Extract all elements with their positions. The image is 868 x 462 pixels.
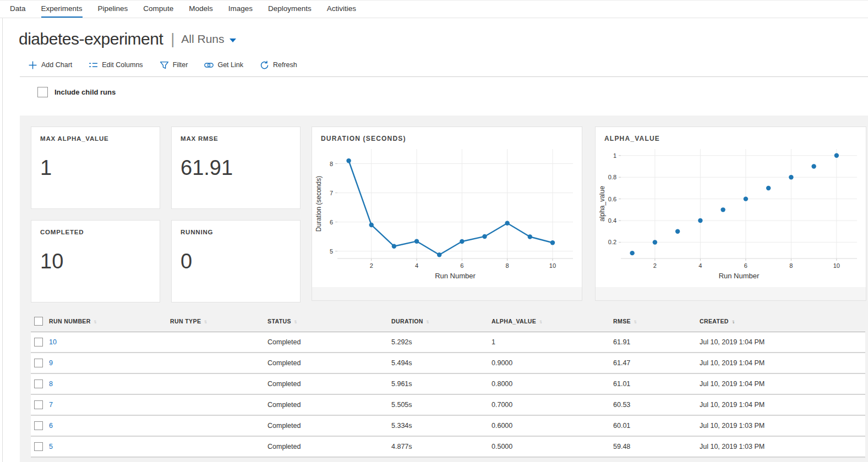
include-child-runs-control: Include child runs — [37, 87, 116, 97]
row-checkbox[interactable] — [34, 380, 43, 388]
created-cell: Jul 10, 2019 1:03 PM — [700, 443, 865, 450]
run-number-link[interactable]: 8 — [49, 380, 53, 388]
rmse-cell: 59.48 — [613, 443, 700, 450]
card-max-rmse: MAX RMSE 61.91 — [171, 127, 301, 209]
row-checkbox-cell — [31, 442, 49, 451]
include-child-runs-checkbox[interactable] — [37, 87, 48, 97]
title-separator: | — [171, 31, 174, 48]
edit-columns-icon — [89, 61, 98, 70]
row-checkbox[interactable] — [34, 338, 43, 346]
svg-text:6: 6 — [460, 262, 463, 269]
duration-cell: 5.292s — [391, 338, 492, 346]
column-header[interactable]: RUN NUMBER ↑↓ — [49, 318, 170, 324]
svg-text:0.8: 0.8 — [608, 174, 616, 180]
duration-cell: 5.505s — [391, 401, 492, 409]
created-cell: Jul 10, 2019 1:04 PM — [700, 338, 865, 346]
svg-text:Run Number: Run Number — [435, 272, 476, 280]
alpha-value-cell: 0.5000 — [492, 443, 613, 450]
status-cell: Completed — [268, 401, 391, 409]
row-checkbox[interactable] — [34, 400, 43, 409]
column-header[interactable]: STATUS ↑↓ — [268, 318, 391, 324]
card-value: 0 — [172, 235, 300, 273]
refresh-icon — [260, 61, 269, 70]
rmse-cell: 61.91 — [613, 338, 700, 346]
svg-text:10: 10 — [549, 262, 556, 269]
table-row: 5 Completed 4.877s 0.5000 59.48 Jul 10, … — [31, 437, 865, 458]
table-row: 10 Completed 5.292s 1 61.91 Jul 10, 2019… — [31, 332, 865, 353]
row-checkbox[interactable] — [34, 359, 43, 367]
svg-text:6: 6 — [744, 262, 747, 269]
run-number-link[interactable]: 7 — [49, 401, 53, 409]
duration-chart-panel: DURATION (SECONDS) 2468105678Run NumberD… — [312, 127, 582, 301]
header-checkbox-cell — [31, 317, 49, 326]
row-checkbox[interactable] — [34, 421, 43, 430]
chart-panel-footer — [596, 287, 866, 300]
svg-text:4: 4 — [698, 262, 702, 269]
runs-filter-dropdown[interactable]: All Runs — [181, 32, 224, 46]
svg-text:0.4: 0.4 — [608, 217, 616, 224]
svg-text:Duration (seconds): Duration (seconds) — [315, 176, 323, 232]
nav-tab[interactable]: Deployments — [268, 1, 312, 18]
card-value: 1 — [31, 142, 160, 180]
chart-title: ALPHA_VALUE — [596, 127, 866, 145]
column-header[interactable]: CREATED ↑↓ — [700, 318, 865, 324]
nav-tab[interactable]: Data — [10, 1, 26, 18]
nav-tab[interactable]: Compute — [143, 1, 173, 18]
select-all-checkbox[interactable] — [34, 317, 43, 326]
status-cell: Completed — [268, 380, 391, 388]
chart-panel-footer — [312, 287, 582, 300]
column-header-label: STATUS — [268, 318, 291, 324]
column-header[interactable]: RUN TYPE ↑↓ — [170, 318, 268, 324]
column-header[interactable]: RMSE ↑↓ — [613, 318, 700, 324]
edit-columns-button[interactable]: Edit Columns — [89, 61, 143, 70]
sort-icon: ↑↓ — [539, 318, 542, 324]
nav-tab[interactable]: Images — [228, 1, 253, 18]
card-title: RUNNING — [172, 221, 300, 235]
card-title: MAX ALPHA_VALUE — [31, 127, 160, 142]
sort-icon: ↑↓ — [94, 318, 96, 324]
duration-cell: 4.877s — [391, 443, 492, 450]
alpha-value-cell: 0.9000 — [492, 359, 613, 367]
created-cell: Jul 10, 2019 1:04 PM — [700, 380, 865, 388]
runs-table: RUN NUMBER ↑↓ RUN TYPE ↑↓ STATUS ↑↓ DURA… — [31, 311, 865, 458]
svg-text:alpha_value: alpha_value — [598, 186, 606, 222]
row-checkbox-cell — [31, 400, 49, 409]
rmse-cell: 61.47 — [613, 359, 700, 367]
run-number-link[interactable]: 5 — [49, 443, 53, 450]
created-cell: Jul 10, 2019 1:03 PM — [700, 422, 865, 430]
rmse-cell: 61.01 — [613, 380, 700, 388]
nav-tab[interactable]: Models — [189, 1, 213, 18]
svg-text:10: 10 — [833, 262, 840, 269]
svg-text:8: 8 — [789, 262, 793, 269]
run-number-link[interactable]: 6 — [49, 422, 53, 430]
nav-tab[interactable]: Pipelines — [98, 1, 128, 18]
duration-cell: 5.961s — [391, 380, 492, 388]
chevron-down-icon[interactable] — [230, 38, 236, 42]
svg-text:8: 8 — [506, 262, 509, 269]
table-row: 7 Completed 5.505s 0.7000 60.53 Jul 10, … — [31, 395, 865, 416]
filter-button[interactable]: Filter — [160, 61, 188, 70]
alpha-value-cell: 0.6000 — [492, 422, 613, 430]
run-number-link[interactable]: 10 — [49, 338, 57, 346]
duration-line-chart: 2468105678Run NumberDuration (seconds) — [312, 145, 581, 284]
status-cell: Completed — [268, 359, 391, 367]
row-checkbox-cell — [31, 421, 49, 430]
add-chart-button[interactable]: Add Chart — [28, 61, 72, 70]
column-header[interactable]: ALPHA_VALUE ↑↓ — [492, 318, 613, 324]
nav-tab[interactable]: Experiments — [41, 1, 83, 18]
column-header[interactable]: DURATION ↑↓ — [391, 318, 492, 324]
nav-tab[interactable]: Activities — [327, 1, 356, 18]
column-header-label: RUN NUMBER — [49, 318, 91, 324]
refresh-button[interactable]: Refresh — [260, 61, 297, 70]
get-link-button[interactable]: Get Link — [204, 61, 243, 70]
experiment-page: diabetes-experiment | All Runs Add Chart… — [2, 18, 868, 462]
run-number-link[interactable]: 9 — [49, 359, 53, 367]
toolbar-divider — [20, 76, 868, 77]
dashboard-panel: MAX ALPHA_VALUE 1 MAX RMSE 61.91 COMPLET… — [20, 116, 868, 462]
row-checkbox-cell — [31, 359, 49, 367]
svg-text:1: 1 — [613, 152, 616, 159]
svg-text:2: 2 — [653, 262, 657, 269]
card-value: 61.91 — [172, 142, 300, 180]
created-cell: Jul 10, 2019 1:04 PM — [700, 401, 865, 409]
row-checkbox[interactable] — [34, 442, 43, 451]
